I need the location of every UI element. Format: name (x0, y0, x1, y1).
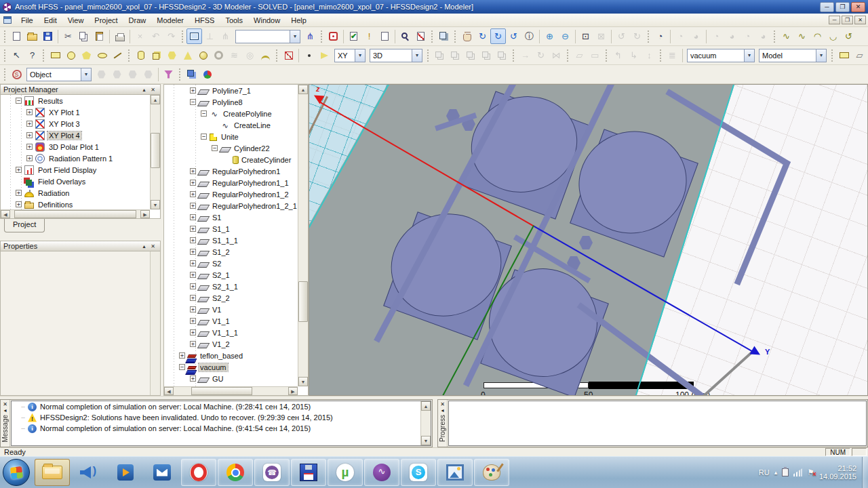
tree-item-regularpolyhedron1-2-1[interactable]: +RegularPolyhedron1_2_1 (164, 200, 298, 211)
draw-cylinder-button[interactable] (133, 47, 149, 63)
clip-plane-1-button[interactable]: ◔ (673, 28, 688, 44)
expand-toggle-icon[interactable]: + (190, 341, 196, 347)
expand-toggle-icon[interactable]: + (26, 144, 33, 150)
draw-box-button[interactable] (149, 47, 164, 63)
expand-toggle-icon[interactable]: + (26, 155, 33, 161)
expand-toggle-icon[interactable]: + (190, 306, 196, 312)
paste-button[interactable] (92, 28, 107, 44)
taskbar-aimp-player[interactable] (364, 459, 399, 486)
tree-item-v1[interactable]: +V1 (164, 304, 298, 315)
orientation-info-button[interactable]: ⓘ (521, 28, 537, 44)
scroll-thumb[interactable] (298, 281, 308, 322)
print-button[interactable] (112, 28, 127, 44)
tray-expand-icon[interactable]: ▴ (774, 469, 778, 476)
snap-mode-button[interactable] (9, 66, 24, 82)
tree-item-field-overlays[interactable]: Field Overlays (1, 176, 150, 187)
zoom-in-button[interactable]: ⊕ (542, 28, 557, 44)
taskbar-skype[interactable] (401, 459, 436, 486)
orbit-4-button[interactable]: ◕ (755, 28, 771, 44)
tree-item-results[interactable]: −Results (1, 95, 150, 106)
rotate-view-button[interactable]: ↻ (490, 28, 506, 44)
expand-toggle-icon[interactable]: + (190, 283, 196, 289)
action-center-flag-icon[interactable]: ⚑ (807, 468, 814, 477)
taskbar-volume-mixer[interactable] (71, 459, 106, 486)
rotate-axis-button[interactable]: ↺ (506, 28, 521, 44)
expand-toggle-icon[interactable]: − (201, 134, 207, 140)
tree-item-s1-1-1[interactable]: +S1_1_1 (164, 235, 298, 246)
expand-toggle-icon[interactable]: + (190, 214, 196, 220)
expand-toggle-icon[interactable]: + (190, 375, 196, 382)
expand-toggle-icon[interactable]: + (190, 226, 196, 232)
tree-item-v1-1-1[interactable]: +V1_1_1 (164, 327, 298, 338)
collapse-icon[interactable]: ◂ (3, 407, 6, 413)
draw-torus-button[interactable] (211, 47, 226, 63)
draw-rectangle-button[interactable] (47, 47, 63, 63)
lumped-port-button[interactable]: ⋔ (218, 28, 233, 44)
expand-toggle-icon[interactable]: + (190, 329, 196, 336)
scroll-down-icon[interactable]: ▼ (151, 200, 160, 209)
tree-item-s2[interactable]: +S2 (164, 258, 298, 269)
solution-combo[interactable]: ▾ (235, 30, 300, 43)
delete-button[interactable]: × (132, 28, 148, 44)
scroll-right-icon[interactable]: ▶ (288, 387, 298, 395)
boundary-display-button[interactable] (184, 66, 199, 82)
tree-item-xy-plot-4[interactable]: +XY Plot 4 (1, 129, 150, 141)
draw-regular-polyhedron-button[interactable] (164, 47, 180, 63)
create-report-button[interactable] (397, 28, 413, 44)
duplicate-around-axis-button[interactable]: ↻ (533, 47, 549, 63)
maximize-button[interactable]: ❐ (835, 2, 850, 12)
chevron-down-icon[interactable]: ▾ (355, 49, 365, 62)
tree-item-s1-1[interactable]: +S1_1 (164, 223, 298, 235)
copy-button[interactable] (76, 28, 92, 44)
select-edge-button[interactable] (109, 66, 125, 82)
tree-item-gu[interactable]: +GU (164, 373, 298, 384)
redo-button[interactable]: ↷ (163, 28, 179, 44)
orbit-3-button[interactable]: ◔ (740, 28, 755, 44)
save-button[interactable] (40, 28, 56, 44)
view-undo-button[interactable]: ↺ (614, 28, 629, 44)
expand-toggle-icon[interactable]: − (190, 99, 196, 105)
model-combo[interactable]: Model▾ (759, 49, 827, 62)
user-defined-model-button[interactable] (281, 47, 296, 63)
menu-project[interactable]: Project (89, 14, 123, 26)
drawing-plane-combo[interactable]: XY▾ (334, 49, 366, 62)
expand-toggle-icon[interactable]: + (26, 132, 33, 138)
analyze-all-button[interactable] (346, 28, 361, 44)
undo-button[interactable]: ↶ (148, 28, 163, 44)
chevron-down-icon[interactable]: ▾ (81, 68, 91, 81)
menu-hfss[interactable]: HFSS (189, 14, 220, 26)
taskbar-opera-browser[interactable] (181, 459, 216, 486)
expand-toggle-icon[interactable]: + (190, 168, 196, 174)
draw-arc-3point-button[interactable]: ◡ (825, 28, 841, 44)
expand-toggle-icon[interactable]: + (16, 201, 22, 207)
report-chart-button[interactable] (413, 28, 429, 44)
taskbar-save-tool[interactable] (291, 459, 326, 486)
scroll-up-icon[interactable]: ▲ (421, 401, 431, 411)
taskbar-image-viewer[interactable] (437, 459, 473, 486)
project-tree-hscrollbar[interactable]: ◀ ▶ (1, 209, 150, 218)
tree-item-port-field-display[interactable]: +Port Field Display (1, 164, 150, 176)
taskbar-media-player[interactable] (108, 459, 143, 486)
clip-plane-2-button[interactable]: ◕ (688, 28, 704, 44)
select-face-button[interactable] (94, 66, 109, 82)
menu-view[interactable]: View (62, 14, 90, 26)
menu-tools[interactable]: Tools (220, 14, 248, 26)
expand-toggle-icon[interactable]: + (190, 295, 196, 301)
expand-toggle-icon[interactable]: + (190, 272, 196, 278)
scroll-thumb[interactable] (14, 210, 136, 218)
scroll-left-icon[interactable]: ◀ (1, 210, 10, 218)
snapshot-button[interactable]: ◔ (652, 28, 668, 44)
boolean-subtract-button[interactable] (448, 47, 463, 63)
draw-line-segment-button[interactable]: ∿ (778, 28, 794, 44)
tree-item-polyline7-1[interactable]: +Polyline7_1 (164, 85, 298, 96)
scroll-thumb[interactable] (191, 387, 252, 395)
tree-item-radiation[interactable]: +Radiation (1, 187, 150, 199)
tree-item-createline[interactable]: ∿CreateLine (164, 119, 298, 131)
taskbar-explorer[interactable] (35, 459, 70, 486)
tree-item-unite[interactable]: −Unite (164, 131, 298, 142)
select-multi-button[interactable] (140, 66, 156, 82)
expand-toggle-icon[interactable]: + (190, 87, 196, 94)
draw-polygon-button[interactable] (79, 47, 94, 63)
expand-toggle-icon[interactable]: + (190, 249, 196, 255)
message-vscrollbar[interactable]: ▲ ▼ (420, 401, 431, 445)
